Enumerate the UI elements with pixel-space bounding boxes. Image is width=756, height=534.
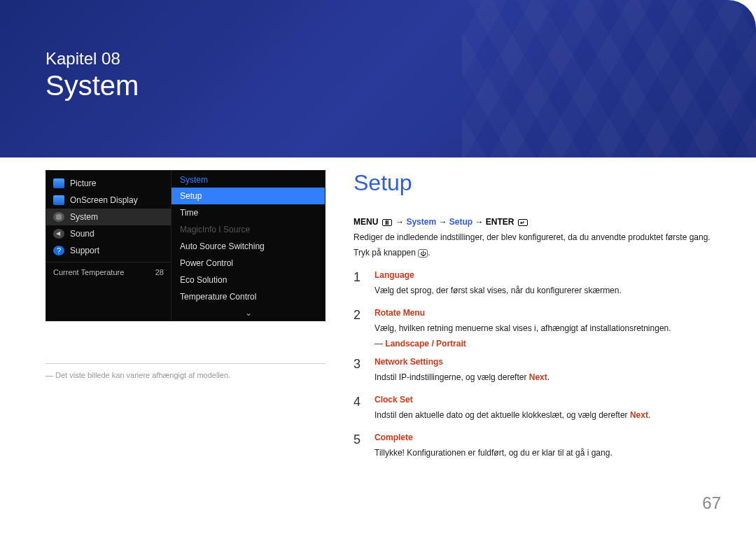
osd-panel-title: System: [172, 171, 325, 188]
osd-sidebar-item: Sound: [46, 225, 171, 242]
step-body: Vælg det sprog, der først skal vises, nå…: [374, 284, 710, 297]
breadcrumb-arrow: →: [438, 217, 447, 227]
menu-button-icon: Ⅲ: [382, 219, 392, 226]
chapter-label: Kapitel 08: [46, 49, 710, 69]
step-body-red: Next: [529, 372, 547, 382]
step-number: 3: [354, 357, 365, 386]
osd-screenshot: Picture OnScreen Display System Sound: [46, 170, 326, 321]
step-body-prefix: Indstil den aktuelle dato og det aktuell…: [374, 410, 630, 420]
osd-panel-item: Time: [172, 204, 325, 221]
osd-temp-value: 28: [155, 268, 164, 276]
osd-sidebar-label: OnScreen Display: [70, 195, 138, 205]
page-number: 67: [702, 493, 721, 513]
sound-icon: [53, 229, 64, 239]
breadcrumb-setup: Setup: [449, 217, 472, 227]
step-body: Indstil IP-indstillingerne, og vælg dere…: [374, 371, 710, 384]
osd-panel-item-disabled: MagicInfo I Source: [172, 221, 325, 238]
step-item: 4 Clock Set Indstil den aktuelle dato og…: [354, 395, 710, 424]
osd-sidebar-item: OnScreen Display: [46, 192, 171, 209]
step-body-prefix: Indstil IP-indstillingerne, og vælg dere…: [374, 372, 529, 382]
step-item: 3 Network Settings Indstil IP-indstillin…: [354, 357, 710, 386]
press-prefix: Tryk på knappen: [354, 248, 418, 258]
step-title: Network Settings: [374, 357, 710, 367]
power-button-icon: ⏻: [418, 249, 428, 258]
step-sub-option: ― Landscape / Portrait: [374, 339, 710, 349]
step-body: Indstil den aktuelle dato og det aktuell…: [374, 409, 710, 421]
chapter-header: Kapitel 08 System: [0, 0, 756, 157]
osd-sidebar-label: Support: [70, 246, 99, 255]
press-suffix: .: [428, 248, 430, 258]
osd-sidebar-label: Sound: [70, 229, 94, 239]
breadcrumb-enter: ENTER: [486, 217, 514, 227]
steps-list: 1 Language Vælg det sprog, der først ska…: [354, 270, 710, 462]
step-body: Tillykke! Konfigurationen er fuldført, o…: [374, 447, 710, 459]
osd-sidebar: Picture OnScreen Display System Sound: [46, 171, 171, 321]
step-body-suffix: .: [648, 410, 650, 420]
step-title: Clock Set: [374, 395, 710, 405]
chapter-title: System: [46, 70, 710, 101]
setup-description: Rediger de indledende indstillinger, der…: [354, 231, 710, 244]
osd-panel: System Setup Time MagicInfo I Source Aut…: [171, 171, 325, 321]
osd-sidebar-item: Picture: [46, 175, 171, 192]
osd-panel-more-icon: ⌄: [172, 305, 325, 321]
step-title: Rotate Menu: [374, 308, 710, 318]
sub-option-a: Landscape: [385, 339, 429, 349]
osd-sidebar-label: System: [70, 212, 98, 222]
osd-sidebar-label: Picture: [70, 178, 96, 188]
support-icon: ?: [53, 246, 64, 255]
sub-option-sep: /: [429, 339, 436, 349]
breadcrumb-system: System: [406, 217, 436, 227]
footnote: Det viste billede kan variere afhængigt …: [46, 363, 326, 379]
menu-breadcrumb: MENU Ⅲ → System → Setup → ENTER ↵: [354, 217, 710, 227]
press-button-line: Tryk på knappen ⏻.: [354, 246, 710, 259]
osd-sidebar-item: ? Support: [46, 242, 171, 259]
osd-panel-item: Temperature Control: [172, 288, 325, 305]
gear-icon: [53, 212, 64, 222]
osd-panel-item: Power Control: [172, 255, 325, 272]
step-item: 2 Rotate Menu Vælg, hvilken retning menu…: [354, 308, 710, 349]
osd-panel-item: Eco Solution: [172, 272, 325, 288]
step-title: Complete: [374, 433, 710, 442]
osd-panel-item-highlight: Setup: [172, 188, 325, 204]
step-title: Language: [374, 270, 710, 280]
step-body-suffix: .: [547, 372, 550, 382]
breadcrumb-menu: MENU: [354, 217, 378, 227]
step-item: 5 Complete Tillykke! Konfigurationen er …: [354, 433, 710, 462]
osd-panel-item: Auto Source Switching: [172, 238, 325, 255]
step-body: Vælg, hvilken retning menuerne skal vise…: [374, 322, 710, 335]
section-heading: Setup: [354, 170, 710, 196]
osd-temp-label: Current Temperature: [53, 268, 124, 276]
enter-button-icon: ↵: [518, 219, 528, 226]
step-number: 5: [354, 433, 365, 462]
onscreen-display-icon: [53, 195, 64, 205]
breadcrumb-arrow: →: [396, 217, 404, 227]
sub-dash: ―: [374, 339, 385, 349]
step-item: 1 Language Vælg det sprog, der først ska…: [354, 270, 710, 300]
step-body-red: Next: [630, 410, 648, 420]
picture-icon: [53, 178, 64, 188]
step-number: 1: [354, 270, 365, 300]
step-number: 2: [354, 308, 365, 349]
breadcrumb-arrow: →: [475, 217, 483, 227]
sub-option-b: Portrait: [436, 339, 466, 349]
osd-sidebar-item-active: System: [46, 209, 171, 225]
osd-temperature-row: Current Temperature 28: [46, 262, 171, 281]
step-number: 4: [354, 395, 365, 424]
